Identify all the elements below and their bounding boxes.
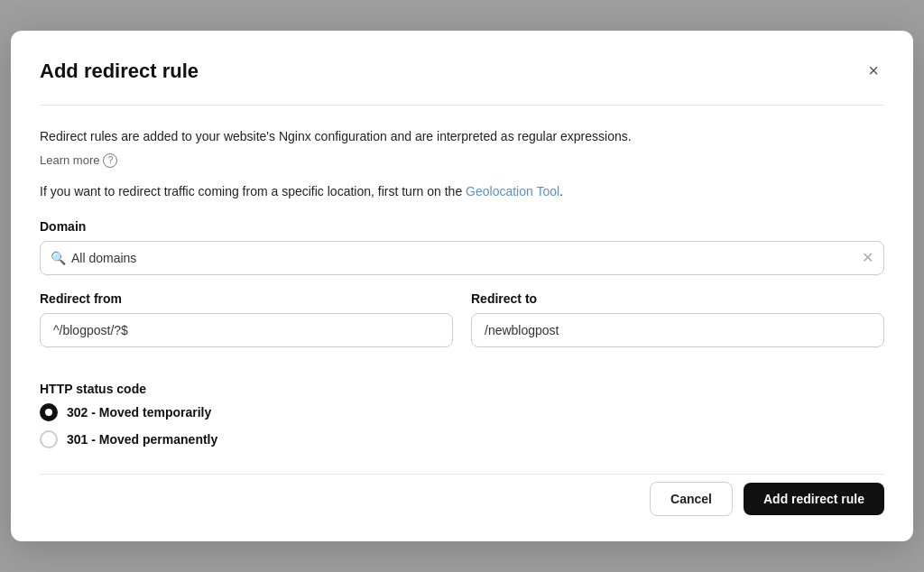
header-divider <box>40 105 884 106</box>
learn-more-link[interactable]: Learn more ? <box>40 153 117 168</box>
modal-overlay: Add redirect rule × Redirect rules are a… <box>0 0 924 572</box>
redirect-to-section: Redirect to <box>471 291 884 347</box>
radio-option-301[interactable]: 301 - Moved permanently <box>40 430 884 448</box>
close-button[interactable]: × <box>863 60 884 81</box>
modal-title: Add redirect rule <box>40 60 199 83</box>
domain-input-wrapper: 🔍 ✕ <box>40 241 884 275</box>
redirect-from-label: Redirect from <box>40 291 453 306</box>
domain-input[interactable] <box>40 241 884 275</box>
description-text: Redirect rules are added to your website… <box>40 127 884 146</box>
radio-group: 302 - Moved temporarily 301 - Moved perm… <box>40 403 884 448</box>
redirect-from-input[interactable] <box>40 313 453 347</box>
domain-label: Domain <box>40 219 884 234</box>
clear-icon[interactable]: ✕ <box>862 249 873 266</box>
geolocation-text: If you want to redirect traffic coming f… <box>40 182 884 201</box>
learn-more-label: Learn more <box>40 153 99 167</box>
modal-header: Add redirect rule × <box>40 60 884 83</box>
radio-option-302[interactable]: 302 - Moved temporarily <box>40 403 884 421</box>
http-status-section: HTTP status code 302 - Moved temporarily… <box>40 382 884 448</box>
http-status-label: HTTP status code <box>40 382 884 396</box>
redirect-fields-row: Redirect from Redirect to <box>40 291 884 364</box>
radio-label-301: 301 - Moved permanently <box>67 432 217 447</box>
redirect-to-input[interactable] <box>471 313 884 347</box>
redirect-from-section: Redirect from <box>40 291 453 347</box>
redirect-to-label: Redirect to <box>471 291 884 306</box>
geolocation-prefix: If you want to redirect traffic coming f… <box>40 184 462 198</box>
add-redirect-rule-button[interactable]: Add redirect rule <box>744 483 884 515</box>
info-section: Redirect rules are added to your website… <box>40 127 884 201</box>
modal-dialog: Add redirect rule × Redirect rules are a… <box>11 31 913 541</box>
radio-input-301[interactable] <box>40 430 58 448</box>
help-icon: ? <box>103 153 117 168</box>
radio-input-302[interactable] <box>40 403 58 421</box>
domain-field-section: Domain 🔍 ✕ <box>40 219 884 275</box>
modal-footer: Cancel Add redirect rule <box>40 474 884 516</box>
cancel-button[interactable]: Cancel <box>650 482 733 516</box>
radio-label-302: 302 - Moved temporarily <box>67 405 211 420</box>
geolocation-link[interactable]: Geolocation Tool <box>466 184 559 198</box>
